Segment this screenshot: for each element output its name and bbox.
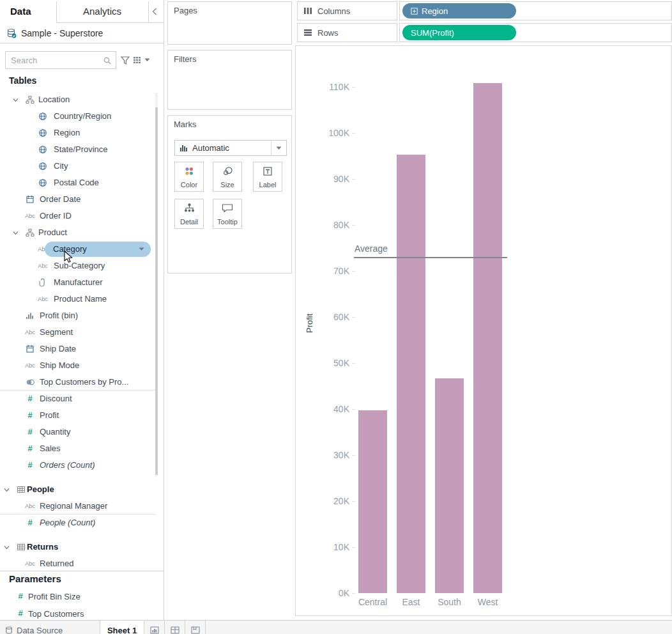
chart-view: Profit0K10K20K30K40K50K60K70K80K90K100K1…: [295, 45, 672, 616]
x-tick-label: West: [468, 597, 507, 607]
field-order-id[interactable]: AbcOrder ID: [0, 208, 156, 224]
view-options-button[interactable]: [133, 56, 150, 65]
mark-type-dropdown[interactable]: Automatic: [174, 140, 287, 156]
y-tick-label: 100K: [314, 128, 349, 138]
abc-icon: Abc: [23, 502, 37, 511]
detail-button[interactable]: Detail: [174, 199, 204, 229]
field-returned[interactable]: AbcReturned: [0, 555, 156, 571]
filter-funnel-icon[interactable]: [120, 56, 130, 65]
field-list: LocationCountry/RegionRegionState/Provin…: [0, 91, 156, 571]
chevron-down-icon[interactable]: [13, 230, 19, 236]
bar-east[interactable]: [397, 155, 425, 593]
field-location[interactable]: Location: [0, 91, 156, 108]
filters-label: Filters: [174, 54, 196, 64]
parameter-list: #Profit Bin Size#Top Customers: [0, 588, 164, 622]
field-product-name[interactable]: AbcProduct Name: [0, 291, 156, 307]
tab-sheet-1[interactable]: Sheet 1: [100, 621, 144, 634]
size-button[interactable]: Size: [213, 162, 242, 192]
field-segment[interactable]: AbcSegment: [0, 324, 156, 341]
tab-data-source[interactable]: Data Source: [0, 621, 100, 634]
average-reference-line[interactable]: [354, 257, 507, 258]
field-quantity[interactable]: #Quantity: [0, 424, 156, 440]
field-sales[interactable]: #Sales: [0, 440, 156, 457]
chevron-down-icon[interactable]: [4, 487, 10, 493]
tooltip-icon: [222, 203, 233, 213]
mark-type-value: Automatic: [192, 143, 271, 153]
bar-south[interactable]: [435, 378, 464, 593]
pages-shelf[interactable]: Pages: [167, 1, 292, 45]
caret-down-icon[interactable]: [139, 247, 144, 251]
field-category[interactable]: AbcCategory: [0, 241, 156, 258]
chevron-down-icon[interactable]: [4, 545, 10, 550]
status-bar: Data Source Sheet 1: [0, 620, 672, 634]
y-tick-label: 110K: [314, 82, 349, 92]
rows-shelf[interactable]: SUM(Profit): [399, 23, 672, 42]
pill-region[interactable]: Region: [402, 3, 516, 19]
abc-icon: Abc: [36, 295, 50, 304]
new-dashboard-button[interactable]: [165, 621, 185, 634]
hash-icon: #: [14, 592, 27, 601]
field-discount[interactable]: #Discount: [0, 390, 156, 407]
new-worksheet-button[interactable]: [144, 621, 165, 634]
tab-analytics[interactable]: Analytics: [56, 0, 148, 23]
field-profit[interactable]: #Profit: [0, 407, 156, 424]
tab-data[interactable]: Data: [0, 0, 56, 23]
caret-down-icon[interactable]: [271, 141, 286, 155]
tooltip-button[interactable]: Tooltip: [213, 199, 242, 229]
filters-shelf[interactable]: Filters: [167, 50, 292, 110]
field-top-customers-by-pro[interactable]: Top Customers by Pro...: [0, 374, 156, 390]
field-returns[interactable]: Returns: [0, 539, 156, 555]
data-pane: Data Analytics Sample - Superstore: [0, 0, 164, 620]
globe-icon: [36, 162, 50, 171]
field-regional-manager[interactable]: AbcRegional Manager: [0, 498, 156, 514]
field-people-count[interactable]: #People (Count): [0, 514, 156, 531]
abc-icon: Abc: [23, 212, 37, 220]
y-tick-label: 70K: [314, 266, 349, 276]
pill-sum-profit-[interactable]: SUM(Profit): [402, 25, 516, 40]
search-input[interactable]: [6, 52, 94, 68]
field-profit-bin[interactable]: Profit (bin): [0, 307, 156, 324]
field-city[interactable]: City: [0, 158, 156, 174]
field-state-province[interactable]: State/Province: [0, 141, 156, 158]
collapse-pane-icon[interactable]: [152, 8, 157, 15]
chevron-down-icon[interactable]: [13, 97, 19, 103]
field-region[interactable]: Region: [0, 125, 156, 141]
field-people[interactable]: People: [0, 481, 156, 498]
reference-line-label: Average: [355, 244, 388, 254]
table-icon: [14, 543, 28, 552]
new-dashboard-icon: [171, 626, 179, 634]
y-axis-title: Profit: [305, 301, 314, 346]
x-tick-label: East: [392, 597, 431, 607]
field-country-region[interactable]: Country/Region: [0, 108, 156, 125]
new-story-button[interactable]: [185, 621, 206, 634]
field-ship-date[interactable]: Ship Date: [0, 341, 156, 357]
field-ship-mode[interactable]: AbcShip Mode: [0, 357, 156, 374]
table-icon: [14, 485, 28, 494]
columns-shelf[interactable]: Region: [399, 1, 672, 20]
field-postal-code[interactable]: Postal Code: [0, 174, 156, 191]
mark-type-bar-icon: [179, 144, 188, 152]
datasource-icon: [5, 626, 13, 634]
paperclip-icon: [36, 278, 50, 287]
marks-card[interactable]: Marks Automatic ColorSizeLabelDetailTool…: [167, 115, 292, 274]
field-product[interactable]: Product: [0, 224, 156, 241]
field-orders-count[interactable]: #Orders (Count): [0, 457, 156, 474]
selected-field-pill[interactable]: Category: [45, 242, 151, 257]
bar-west[interactable]: [473, 83, 502, 593]
new-worksheet-icon: [150, 626, 159, 634]
search-box: [5, 51, 116, 69]
rows-icon: [303, 29, 312, 36]
parameter-profit-bin-size[interactable]: #Profit Bin Size: [0, 588, 164, 605]
bar-central[interactable]: [358, 410, 387, 593]
globe-icon: [36, 128, 50, 137]
caret-down-icon: [144, 58, 150, 62]
scrollbar-thumb[interactable]: [155, 107, 158, 475]
field-sub-category[interactable]: AbcSub-Category: [0, 258, 156, 274]
color-button[interactable]: Color: [174, 162, 204, 192]
y-tick-label: 0K: [314, 588, 349, 598]
field-manufacturer[interactable]: Manufacturer: [0, 274, 156, 291]
data-source-row[interactable]: Sample - Superstore: [0, 23, 164, 43]
globe-icon: [36, 178, 50, 187]
field-order-date[interactable]: Order Date: [0, 191, 156, 208]
label-button[interactable]: Label: [253, 162, 282, 192]
